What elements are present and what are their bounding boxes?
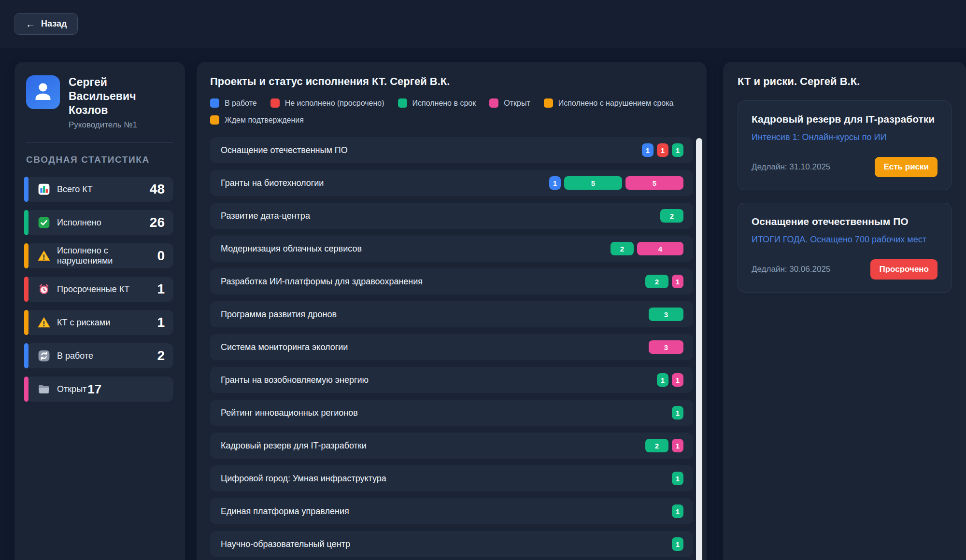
project-row[interactable]: Гранты на возобновляемую энергию11 xyxy=(210,367,693,393)
stat-value: 17 xyxy=(87,382,101,397)
stat-label: Исполнено xyxy=(57,218,101,228)
project-row[interactable]: Единая платформа управления1 xyxy=(210,498,693,524)
badge-group: 21 xyxy=(645,439,683,452)
badge-group: 1 xyxy=(672,406,683,420)
person-icon xyxy=(31,80,55,105)
legend-label: Исполнено в срок xyxy=(412,99,476,108)
stat-accent-bar xyxy=(24,177,28,202)
avatar xyxy=(26,75,60,109)
risk-card: Кадровый резерв для IT-разработкиИнтенси… xyxy=(738,100,952,190)
legend-label: Не исполнено (просрочено) xyxy=(285,99,384,108)
stat-value: 26 xyxy=(150,215,165,230)
profile-text: Сергей Васильевич Козлов Руководитель №1 xyxy=(69,75,173,130)
project-row[interactable]: Кадровый резерв для IT-разработки21 xyxy=(210,433,693,459)
risk-card-title: Кадровый резерв для IT-разработки xyxy=(752,113,938,125)
stat-item: КТ с рисками1 xyxy=(26,310,173,335)
legend-swatch xyxy=(489,98,498,108)
stat-accent-bar xyxy=(24,377,28,402)
risk-card-link[interactable]: ИТОГИ ГОДА. Оснащено 700 рабочих мест xyxy=(752,235,938,245)
risk-status-badge: Есть риски xyxy=(875,157,938,177)
stat-item: Всего КТ48 xyxy=(26,177,173,202)
projects-panel: Проекты и статус исполнения КТ. Сергей В… xyxy=(197,62,707,560)
warning-icon xyxy=(38,316,50,329)
badge-group: 21 xyxy=(645,275,683,288)
legend-label: Открыт xyxy=(504,99,530,108)
project-label: Гранты на возобновляемую энергию xyxy=(221,375,369,385)
project-row[interactable]: Модернизация облачных сервисов24 xyxy=(210,236,693,262)
project-row[interactable]: Гранты на биотехнологии155 xyxy=(210,170,693,196)
summary-sidebar: Сергей Васильевич Козлов Руководитель №1… xyxy=(14,62,185,560)
alarm-icon xyxy=(38,283,50,295)
summary-stats-heading: СВОДНАЯ СТАТИСТИКА xyxy=(26,154,173,165)
status-count-badge: 2 xyxy=(611,242,634,255)
content-area: Сергей Васильевич Козлов Руководитель №1… xyxy=(0,48,966,560)
stat-label: Открыт xyxy=(57,384,86,394)
project-label: Научно-образовательный центр xyxy=(221,539,350,549)
folder-icon xyxy=(38,383,50,395)
project-row[interactable]: Научно-образовательный центр1 xyxy=(210,531,693,557)
project-list: Оснащение отечественным ПО111Гранты на б… xyxy=(210,137,693,557)
legend-item: Исполнено с нарушением срока xyxy=(544,98,674,108)
stat-item: В работе2 xyxy=(26,343,173,368)
status-count-badge: 1 xyxy=(672,537,683,551)
status-count-badge: 2 xyxy=(645,275,668,288)
project-label: Цифровой город: Умная инфраструктура xyxy=(221,474,386,484)
project-label: Модернизация облачных сервисов xyxy=(221,244,362,254)
project-row[interactable]: Рейтинг инновационных регионов1 xyxy=(210,400,693,426)
badge-group: 3 xyxy=(649,308,683,321)
legend-swatch xyxy=(544,98,553,108)
risks-title: КТ и риски. Сергей В.К. xyxy=(738,75,952,88)
stat-label: В работе xyxy=(57,351,93,361)
stat-item: Просроченные КТ1 xyxy=(26,277,173,302)
badge-group: 1 xyxy=(672,504,683,518)
risk-card-link[interactable]: Интенсив 1: Онлайн-курсы по ИИ xyxy=(752,132,938,142)
legend-item: Открыт xyxy=(489,98,530,108)
badge-group: 11 xyxy=(657,373,683,387)
summary-stats-list: Всего КТ48Исполнено26Исполнено с нарушен… xyxy=(26,177,173,402)
project-label: Развитие дата-центра xyxy=(221,211,310,221)
badge-group: 2 xyxy=(660,209,683,223)
risk-deadline: Дедлайн: 31.10.2025 xyxy=(752,162,830,172)
project-row[interactable]: Цифровой город: Умная инфраструктура1 xyxy=(210,465,693,491)
project-label: Система мониторинга экологии xyxy=(221,342,348,352)
stat-label: Исполнено с нарушениями xyxy=(57,246,157,266)
legend-item: Ждем подтверждения xyxy=(210,115,304,125)
project-row[interactable]: Развитие дата-центра2 xyxy=(210,203,693,229)
status-count-badge: 2 xyxy=(660,209,683,223)
warning-icon xyxy=(38,250,50,262)
status-count-badge: 5 xyxy=(564,176,622,190)
project-row[interactable]: Программа развития дронов3 xyxy=(210,301,693,327)
projects-scrollbar-thumb[interactable] xyxy=(696,138,702,560)
badge-group: 1 xyxy=(672,537,683,551)
project-row[interactable]: Разработка ИИ-платформы для здравоохране… xyxy=(210,268,693,294)
project-row[interactable]: Оснащение отечественным ПО111 xyxy=(210,137,693,163)
legend-item: Исполнено в срок xyxy=(398,98,476,108)
stat-label: КТ с рисками xyxy=(57,318,110,328)
legend-swatch xyxy=(270,98,280,108)
project-row[interactable]: Система мониторинга экологии3 xyxy=(210,334,693,360)
stat-accent-bar xyxy=(24,310,28,335)
risk-deadline: Дедлайн: 30.06.2025 xyxy=(752,265,830,274)
status-count-badge: 5 xyxy=(625,176,683,190)
legend-label: Исполнено с нарушением срока xyxy=(558,99,674,108)
back-arrow-icon: ← xyxy=(26,19,35,29)
status-legend: В работеНе исполнено (просрочено)Исполне… xyxy=(210,98,693,125)
status-count-badge: 3 xyxy=(649,340,683,354)
legend-item: Не исполнено (просрочено) xyxy=(270,98,384,108)
project-label: Гранты на биотехнологии xyxy=(221,178,324,188)
status-count-badge: 1 xyxy=(549,176,561,190)
stat-accent-bar xyxy=(24,210,28,235)
risk-card-list: Кадровый резерв для IT-разработкиИнтенси… xyxy=(738,100,952,293)
legend-label: Ждем подтверждения xyxy=(225,116,304,125)
project-label: Программа развития дронов xyxy=(221,309,337,320)
project-label: Кадровый резерв для IT-разработки xyxy=(221,441,367,451)
stat-value: 0 xyxy=(157,248,165,264)
badge-group: 1 xyxy=(672,472,683,485)
status-count-badge: 3 xyxy=(649,308,683,321)
profile-role: Руководитель №1 xyxy=(69,120,173,130)
back-button[interactable]: ← Назад xyxy=(14,13,78,35)
project-label: Разработка ИИ-платформы для здравоохране… xyxy=(221,277,423,287)
project-label: Оснащение отечественным ПО xyxy=(221,145,348,155)
status-count-badge: 1 xyxy=(672,504,683,518)
status-count-badge: 1 xyxy=(657,373,668,387)
